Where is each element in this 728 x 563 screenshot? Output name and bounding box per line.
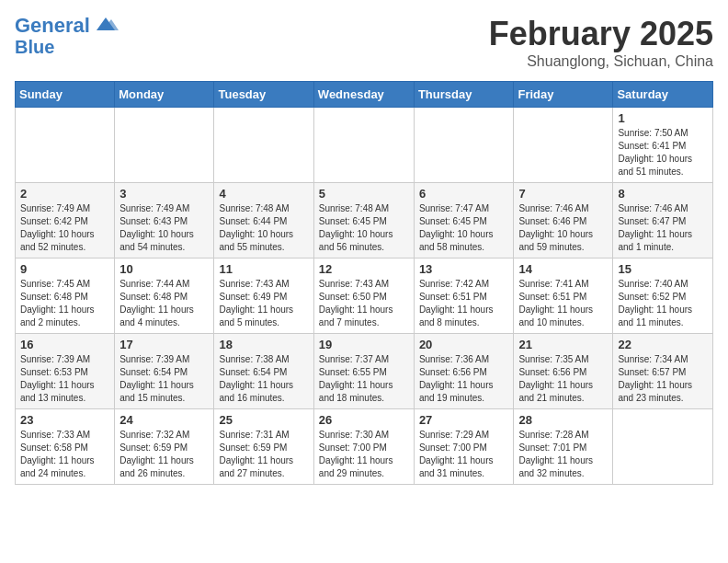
page-header: General Blue February 2025 Shuanglong, S… [15,15,713,70]
day-number: 20 [419,338,509,351]
calendar-cell: 16Sunrise: 7:39 AM Sunset: 6:53 PM Dayli… [16,334,115,409]
calendar-cell: 21Sunrise: 7:35 AM Sunset: 6:56 PM Dayli… [514,334,613,409]
day-info: Sunrise: 7:39 AM Sunset: 6:53 PM Dayligh… [20,353,109,405]
day-number: 25 [219,413,308,427]
day-number: 11 [219,262,308,276]
day-info: Sunrise: 7:50 AM Sunset: 6:41 PM Dayligh… [618,127,708,178]
day-number: 12 [319,262,409,276]
calendar-cell [414,108,514,183]
month-title: February 2025 [489,15,713,53]
day-number: 27 [419,413,509,427]
calendar-cell: 20Sunrise: 7:36 AM Sunset: 6:56 PM Dayli… [414,334,514,409]
day-number: 1 [618,111,708,125]
calendar-cell: 19Sunrise: 7:37 AM Sunset: 6:55 PM Dayli… [313,334,414,409]
calendar-cell: 6Sunrise: 7:47 AM Sunset: 6:45 PM Daylig… [414,183,514,259]
day-number: 26 [319,413,409,427]
calendar-cell: 4Sunrise: 7:48 AM Sunset: 6:44 PM Daylig… [214,183,313,259]
day-number: 3 [119,187,209,201]
calendar-cell: 2Sunrise: 7:49 AM Sunset: 6:42 PM Daylig… [16,183,115,259]
day-info: Sunrise: 7:35 AM Sunset: 6:56 PM Dayligh… [518,353,608,405]
calendar-cell: 11Sunrise: 7:43 AM Sunset: 6:49 PM Dayli… [214,259,313,334]
day-number: 19 [319,338,409,351]
calendar-cell: 17Sunrise: 7:39 AM Sunset: 6:54 PM Dayli… [115,334,214,409]
calendar-cell [16,108,115,183]
calendar-cell [514,108,613,183]
calendar-cell: 14Sunrise: 7:41 AM Sunset: 6:51 PM Dayli… [514,259,613,334]
day-info: Sunrise: 7:49 AM Sunset: 6:42 PM Dayligh… [20,202,109,254]
day-number: 2 [20,187,109,201]
day-info: Sunrise: 7:38 AM Sunset: 6:54 PM Dayligh… [219,353,308,405]
calendar-cell: 22Sunrise: 7:34 AM Sunset: 6:57 PM Dayli… [613,334,713,409]
day-number: 4 [219,187,308,201]
day-info: Sunrise: 7:34 AM Sunset: 6:57 PM Dayligh… [618,353,708,405]
day-number: 23 [20,413,109,427]
calendar-cell: 24Sunrise: 7:32 AM Sunset: 6:59 PM Dayli… [115,409,214,485]
calendar-cell: 1Sunrise: 7:50 AM Sunset: 6:41 PM Daylig… [613,108,713,183]
calendar-cell: 3Sunrise: 7:49 AM Sunset: 6:43 PM Daylig… [115,183,214,259]
weekday-header: Monday [115,82,214,108]
day-number: 18 [219,338,308,351]
day-info: Sunrise: 7:40 AM Sunset: 6:52 PM Dayligh… [618,278,708,329]
calendar-week-row: 1Sunrise: 7:50 AM Sunset: 6:41 PM Daylig… [16,108,713,183]
calendar-week-row: 2Sunrise: 7:49 AM Sunset: 6:42 PM Daylig… [16,183,713,259]
calendar-cell [613,409,713,485]
calendar-cell [115,108,214,183]
logo-arrow-icon [93,14,119,34]
weekday-header: Saturday [613,82,713,108]
calendar-cell: 27Sunrise: 7:29 AM Sunset: 7:00 PM Dayli… [414,409,514,485]
logo: General Blue [15,15,119,57]
day-info: Sunrise: 7:28 AM Sunset: 7:01 PM Dayligh… [518,429,608,480]
day-info: Sunrise: 7:48 AM Sunset: 6:45 PM Dayligh… [319,202,409,254]
weekday-header: Thursday [414,82,514,108]
weekday-header: Wednesday [313,82,414,108]
day-info: Sunrise: 7:48 AM Sunset: 6:44 PM Dayligh… [219,202,308,254]
day-number: 16 [20,338,109,351]
day-number: 15 [618,262,708,276]
weekday-header: Friday [514,82,613,108]
day-number: 14 [518,262,608,276]
calendar-cell: 5Sunrise: 7:48 AM Sunset: 6:45 PM Daylig… [313,183,414,259]
calendar-cell: 12Sunrise: 7:43 AM Sunset: 6:50 PM Dayli… [313,259,414,334]
day-info: Sunrise: 7:44 AM Sunset: 6:48 PM Dayligh… [119,278,209,329]
day-info: Sunrise: 7:32 AM Sunset: 6:59 PM Dayligh… [119,429,209,480]
calendar-week-row: 9Sunrise: 7:45 AM Sunset: 6:48 PM Daylig… [16,259,713,334]
day-info: Sunrise: 7:42 AM Sunset: 6:51 PM Dayligh… [419,278,509,329]
day-info: Sunrise: 7:47 AM Sunset: 6:45 PM Dayligh… [419,202,509,254]
day-number: 10 [119,262,209,276]
calendar-cell: 15Sunrise: 7:40 AM Sunset: 6:52 PM Dayli… [613,259,713,334]
day-number: 28 [518,413,608,427]
calendar-cell: 28Sunrise: 7:28 AM Sunset: 7:01 PM Dayli… [514,409,613,485]
day-number: 21 [518,338,608,351]
logo-text: General [15,15,90,37]
calendar-cell: 8Sunrise: 7:46 AM Sunset: 6:47 PM Daylig… [613,183,713,259]
day-info: Sunrise: 7:36 AM Sunset: 6:56 PM Dayligh… [419,353,509,405]
logo-text2: Blue [15,37,119,57]
day-number: 8 [618,187,708,201]
calendar-cell: 23Sunrise: 7:33 AM Sunset: 6:58 PM Dayli… [16,409,115,485]
day-info: Sunrise: 7:46 AM Sunset: 6:46 PM Dayligh… [518,202,608,254]
day-number: 7 [518,187,608,201]
day-number: 5 [319,187,409,201]
calendar-cell: 25Sunrise: 7:31 AM Sunset: 6:59 PM Dayli… [214,409,313,485]
day-info: Sunrise: 7:43 AM Sunset: 6:49 PM Dayligh… [219,278,308,329]
day-info: Sunrise: 7:29 AM Sunset: 7:00 PM Dayligh… [419,429,509,480]
calendar-cell: 10Sunrise: 7:44 AM Sunset: 6:48 PM Dayli… [115,259,214,334]
day-info: Sunrise: 7:33 AM Sunset: 6:58 PM Dayligh… [20,429,109,480]
day-info: Sunrise: 7:37 AM Sunset: 6:55 PM Dayligh… [319,353,409,405]
day-number: 22 [618,338,708,351]
calendar-week-row: 16Sunrise: 7:39 AM Sunset: 6:53 PM Dayli… [16,334,713,409]
day-info: Sunrise: 7:41 AM Sunset: 6:51 PM Dayligh… [518,278,608,329]
weekday-header: Tuesday [214,82,313,108]
day-number: 17 [119,338,209,351]
calendar-header-row: SundayMondayTuesdayWednesdayThursdayFrid… [16,82,713,108]
calendar-cell: 26Sunrise: 7:30 AM Sunset: 7:00 PM Dayli… [313,409,414,485]
day-number: 24 [119,413,209,427]
day-info: Sunrise: 7:31 AM Sunset: 6:59 PM Dayligh… [219,429,308,480]
calendar-cell: 9Sunrise: 7:45 AM Sunset: 6:48 PM Daylig… [16,259,115,334]
calendar-cell: 13Sunrise: 7:42 AM Sunset: 6:51 PM Dayli… [414,259,514,334]
day-info: Sunrise: 7:46 AM Sunset: 6:47 PM Dayligh… [618,202,708,254]
calendar-cell [214,108,313,183]
calendar-cell [313,108,414,183]
title-block: February 2025 Shuanglong, Sichuan, China [489,15,713,70]
day-number: 6 [419,187,509,201]
